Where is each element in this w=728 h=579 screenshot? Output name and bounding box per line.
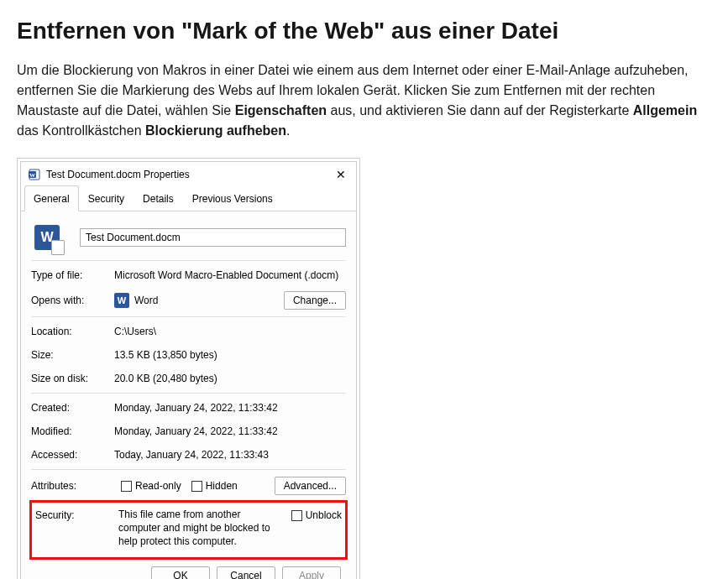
label-security: Security:: [35, 508, 115, 523]
tab-details[interactable]: Details: [134, 185, 183, 211]
label-size-on-disk: Size on disk:: [31, 371, 111, 386]
dialog-title: Test Document.docm Properties: [46, 167, 333, 182]
value-opens-with: W Word: [114, 293, 280, 308]
dialog-button-row: OK Cancel Apply: [31, 561, 346, 579]
hidden-checkbox[interactable]: Hidden: [191, 478, 238, 493]
separator: [31, 260, 346, 261]
security-message: This file came from another computer and…: [118, 508, 288, 549]
tab-strip: General Security Details Previous Versio…: [21, 185, 356, 211]
close-icon[interactable]: ✕: [333, 169, 349, 180]
unblock-label: Unblock: [306, 508, 342, 523]
intro-bold-blockierung: Blockierung aufheben: [145, 123, 286, 138]
word-doc-icon: W: [28, 168, 41, 181]
checkbox-icon: [291, 510, 302, 521]
intro-text-d: .: [286, 123, 290, 138]
value-type-of-file: Microsoft Word Macro-Enabled Document (.…: [114, 268, 346, 283]
separator: [31, 316, 346, 317]
separator: [31, 469, 346, 470]
cancel-button[interactable]: Cancel: [217, 566, 275, 579]
word-app-icon: W: [34, 225, 60, 250]
value-size-on-disk: 20.0 KB (20,480 bytes): [114, 371, 346, 386]
svg-text:W: W: [29, 172, 35, 179]
value-location: C:\Users\: [114, 324, 346, 339]
label-size: Size:: [31, 347, 111, 363]
intro-text-b: aus, und aktivieren Sie dann auf der Reg…: [327, 103, 633, 117]
label-accessed: Accessed:: [31, 447, 111, 462]
label-location: Location:: [31, 324, 111, 339]
filename-input[interactable]: [80, 228, 346, 247]
label-opens-with: Opens with:: [31, 293, 111, 308]
checkbox-icon: [121, 481, 132, 492]
page-heading: Entfernen von "Mark of the Web" aus eine…: [17, 13, 711, 49]
security-highlight-box: Security: This file came from another co…: [29, 500, 348, 560]
ok-button[interactable]: OK: [151, 566, 210, 579]
tab-previous-versions[interactable]: Previous Versions: [183, 185, 282, 211]
change-button[interactable]: Change...: [284, 291, 346, 310]
file-type-icon: W: [31, 222, 63, 253]
properties-dialog-screenshot: W Test Document.docm Properties ✕ Genera…: [17, 158, 360, 579]
tab-general[interactable]: General: [24, 185, 79, 211]
unblock-checkbox[interactable]: Unblock: [291, 508, 342, 523]
tab-security[interactable]: Security: [79, 185, 134, 211]
advanced-button[interactable]: Advanced...: [275, 477, 346, 495]
hidden-label: Hidden: [206, 478, 238, 493]
tab-body-general: W Type of file: Microsoft Word Macro-Ena…: [21, 211, 356, 579]
value-created: Monday, January 24, 2022, 11:33:42: [114, 400, 346, 415]
word-small-icon: W: [114, 293, 129, 308]
value-modified: Monday, January 24, 2022, 11:33:42: [114, 424, 346, 439]
label-attributes: Attributes:: [31, 478, 111, 493]
label-created: Created:: [31, 400, 111, 415]
separator: [31, 393, 346, 394]
checkbox-icon: [191, 481, 202, 492]
intro-bold-eigenschaften: Eigenschaften: [235, 103, 327, 117]
apply-button[interactable]: Apply: [282, 566, 341, 579]
readonly-checkbox[interactable]: Read-only: [121, 478, 181, 493]
readonly-label: Read-only: [135, 478, 181, 493]
label-type-of-file: Type of file:: [31, 268, 111, 283]
opens-with-app-name: Word: [134, 293, 158, 308]
value-accessed: Today, January 24, 2022, 11:33:43: [114, 447, 346, 462]
properties-dialog: W Test Document.docm Properties ✕ Genera…: [20, 161, 357, 579]
titlebar: W Test Document.docm Properties ✕: [21, 162, 356, 185]
intro-bold-allgemein: Allgemein: [633, 103, 697, 117]
intro-paragraph: Um die Blockierung von Makros in einer D…: [17, 60, 705, 141]
value-size: 13.5 KB (13,850 bytes): [114, 347, 346, 363]
label-modified: Modified:: [31, 424, 111, 439]
intro-text-c: das Kontrollkästchen: [17, 123, 145, 138]
